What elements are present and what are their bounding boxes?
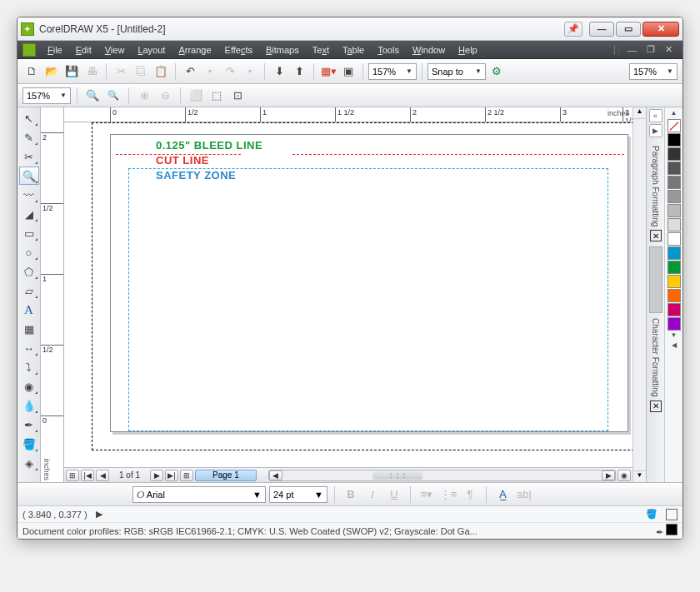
table-tool[interactable]: ▦ [19, 320, 39, 338]
nav-button[interactable]: ◉ [618, 470, 631, 481]
swatch[interactable] [668, 190, 681, 203]
font-combo[interactable]: O Arial▼ [132, 486, 266, 503]
first-page[interactable]: |◀ [81, 470, 94, 481]
options-button[interactable]: ⚙ [488, 62, 506, 81]
export-button[interactable]: ⬆ [290, 62, 308, 81]
menu-file[interactable]: File [41, 43, 69, 57]
menu-tools[interactable]: Tools [371, 43, 406, 57]
vertical-ruler[interactable]: 2 1/2 1 1/2 0 inches [41, 107, 64, 482]
docker-drag[interactable] [649, 246, 662, 313]
last-page[interactable]: ▶| [165, 470, 178, 481]
rectangle-tool[interactable]: ▭ [19, 224, 39, 242]
menu-layout[interactable]: Layout [131, 43, 172, 57]
fill-swatch[interactable] [666, 509, 678, 520]
vscrollbar[interactable]: ▲ ▼ [632, 107, 646, 482]
maximize-button[interactable]: ▭ [616, 22, 641, 37]
zoom-height-icon[interactable]: ⊡ [228, 87, 247, 105]
swatch[interactable] [668, 162, 681, 175]
doc-minimize[interactable]: — [622, 45, 642, 55]
swatch[interactable] [668, 218, 681, 231]
next-page[interactable]: ▶ [150, 470, 163, 481]
fill-indicator[interactable]: 🪣 [646, 509, 658, 520]
pick-tool[interactable]: ↖ [19, 109, 39, 127]
swatch[interactable] [668, 246, 681, 260]
menu-text[interactable]: Text [306, 43, 336, 57]
docker-close-1[interactable]: ✕ [650, 230, 662, 241]
palette-expand[interactable]: ◀ [672, 341, 677, 351]
menu-splitter[interactable] [614, 45, 619, 55]
smart-fill-tool[interactable]: ◢ [19, 205, 39, 223]
redo-drop[interactable]: ▾ [241, 62, 259, 81]
interactive-fill-tool[interactable]: ◈ [19, 454, 39, 472]
docker-close-2[interactable]: ✕ [650, 400, 662, 412]
docker-para-fmt[interactable]: Paragraph Formatting [651, 146, 660, 226]
swatch[interactable] [668, 176, 681, 189]
ellipse-tool[interactable]: ○ [19, 243, 39, 261]
swatch[interactable] [668, 289, 681, 302]
swatch[interactable] [668, 232, 681, 246]
open-button[interactable]: 📂 [42, 62, 61, 81]
text-tool[interactable]: A [19, 301, 39, 319]
zoom-combo-3[interactable]: 157%▼ [22, 87, 71, 104]
swatch-none[interactable] [668, 119, 681, 132]
crop-tool[interactable]: ✂ [19, 147, 39, 166]
outline-indicator[interactable]: ✒ [656, 527, 663, 537]
zoom-out-icon[interactable]: 🔍 [104, 87, 122, 105]
swatch[interactable] [668, 204, 681, 217]
doc-close[interactable]: ✕ [660, 44, 678, 55]
zoom-width-icon[interactable]: ⬚ [208, 87, 226, 105]
freehand-tool[interactable]: 〰 [19, 186, 39, 204]
char-fmt-button[interactable]: A̲ [493, 485, 512, 504]
add-page-before[interactable]: ⊞ [66, 470, 79, 481]
menu-effects[interactable]: Effects [218, 43, 259, 57]
menu-window[interactable]: Window [406, 43, 452, 57]
menu-edit[interactable]: Edit [69, 43, 98, 57]
welcome-button[interactable]: ▣ [339, 62, 358, 81]
copy-button[interactable]: ⿻ [132, 62, 150, 81]
menu-arrange[interactable]: Arrange [172, 43, 218, 57]
undo-button[interactable]: ↶ [181, 62, 199, 81]
zoom-combo-2[interactable]: 157%▼ [629, 63, 678, 80]
align-button[interactable]: ≡▾ [418, 485, 436, 504]
palette-up[interactable]: ▲ [671, 109, 678, 119]
pin-button[interactable]: 📌 [564, 22, 582, 37]
paste-button[interactable]: 📋 [152, 62, 170, 81]
dropcap-button[interactable]: ¶ [461, 485, 479, 504]
save-button[interactable]: 💾 [62, 62, 81, 81]
docker-arrow[interactable]: ▶ [649, 124, 662, 137]
titlebar[interactable]: ✦ CorelDRAW X5 - [Untitled-2] 📌 — ▭ ✕ [18, 17, 682, 41]
snap-combo[interactable]: Snap to▼ [428, 63, 486, 80]
italic-button[interactable]: I [363, 485, 382, 504]
cut-button[interactable]: ✂ [112, 62, 130, 81]
swatch[interactable] [668, 275, 681, 288]
undo-drop[interactable]: ▾ [201, 62, 219, 81]
outline-tool[interactable]: ✒ [19, 415, 39, 434]
zoom-page-icon[interactable]: ⬜ [187, 87, 205, 105]
page-tab[interactable]: Page 1 [195, 470, 257, 481]
underline-button[interactable]: U [385, 485, 403, 504]
prev-page[interactable]: ◀ [96, 470, 109, 481]
zoom-in-icon[interactable]: 🔍 [83, 87, 102, 105]
doc-restore[interactable]: ❐ [642, 44, 660, 55]
swatch[interactable] [668, 147, 681, 161]
minimize-button[interactable]: — [589, 22, 614, 37]
palette-down[interactable]: ▼ [671, 331, 678, 341]
outline-swatch[interactable] [666, 524, 678, 535]
zoom-tool[interactable]: 🔍 [19, 167, 39, 185]
swatch[interactable] [668, 303, 681, 316]
size-combo[interactable]: 24 pt▼ [269, 486, 328, 503]
edit-text-button[interactable]: ab| [515, 485, 533, 504]
dimension-tool[interactable]: ↔ [19, 339, 39, 357]
blend-tool[interactable]: ◉ [19, 377, 39, 395]
new-button[interactable]: 🗋 [22, 62, 41, 81]
menu-view[interactable]: View [98, 43, 132, 57]
zoom-all-icon[interactable]: ⊖ [156, 87, 174, 105]
swatch[interactable] [668, 261, 681, 274]
swatch[interactable] [668, 317, 681, 331]
import-button[interactable]: ⬇ [270, 62, 288, 81]
print-button[interactable]: 🖶 [82, 62, 101, 81]
zoom-combo-1[interactable]: 157%▼ [368, 63, 417, 80]
fill-tool[interactable]: 🪣 [19, 435, 39, 453]
app-launcher[interactable]: ▦▾ [319, 62, 338, 81]
docker-char-fmt[interactable]: Character Formatting [651, 318, 660, 396]
